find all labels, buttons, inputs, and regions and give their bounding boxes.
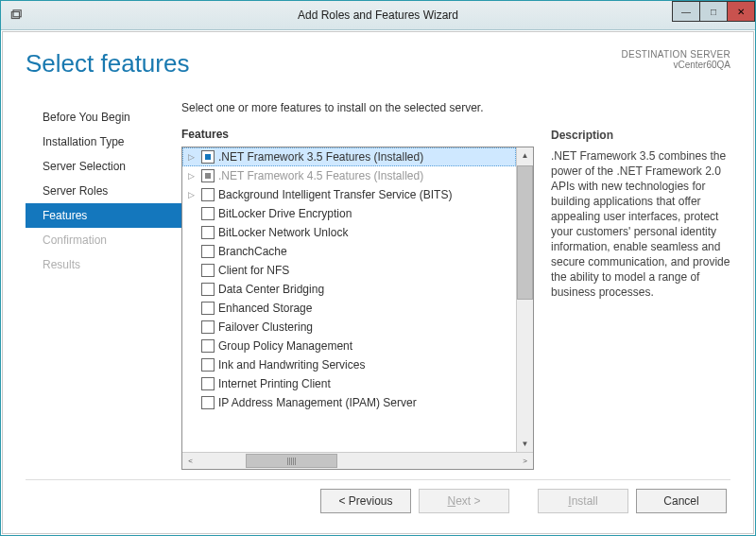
header-row: Select features DESTINATION SERVER vCent… xyxy=(26,49,730,78)
feature-item[interactable]: Internet Printing Client xyxy=(182,374,516,393)
main-panel: Select one or more features to install o… xyxy=(181,101,730,470)
cancel-button[interactable]: Cancel xyxy=(636,489,727,513)
destination-label: DESTINATION SERVER xyxy=(621,49,730,60)
wizard-window: Add Roles and Features Wizard — □ ✕ Sele… xyxy=(0,0,756,536)
nav-item-features[interactable]: Features xyxy=(26,203,181,228)
feature-item[interactable]: BranchCache xyxy=(182,242,516,261)
wizard-body: Select features DESTINATION SERVER vCent… xyxy=(2,31,754,534)
description-column: Description .NET Framework 3.5 combines … xyxy=(551,128,730,470)
feature-label: BitLocker Drive Encryption xyxy=(218,207,352,220)
description-text: .NET Framework 3.5 combines the power of… xyxy=(551,148,730,300)
features-column: Features ▷.NET Framework 3.5 Features (I… xyxy=(181,128,534,470)
scroll-down-icon[interactable]: ▼ xyxy=(517,436,533,452)
feature-label: Data Center Bridging xyxy=(218,283,324,296)
content: Before You BeginInstallation TypeServer … xyxy=(26,101,730,470)
feature-item[interactable]: Group Policy Management xyxy=(182,337,516,355)
columns: Features ▷.NET Framework 3.5 Features (I… xyxy=(181,128,730,470)
scroll-right-icon[interactable]: > xyxy=(517,453,533,469)
window-controls: — □ ✕ xyxy=(673,1,755,20)
description-label: Description xyxy=(551,128,730,143)
feature-label: .NET Framework 4.5 Features (Installed) xyxy=(218,169,423,182)
expand-icon[interactable]: ▷ xyxy=(188,190,198,199)
feature-label: BitLocker Network Unlock xyxy=(218,226,348,239)
checkbox[interactable] xyxy=(201,264,215,277)
feature-item[interactable]: Data Center Bridging xyxy=(182,280,516,299)
checkbox[interactable] xyxy=(201,245,215,258)
feature-label: Background Intelligent Transfer Service … xyxy=(218,188,452,201)
vertical-scrollbar[interactable]: ▲ ▼ xyxy=(516,147,533,452)
feature-label: Client for NFS xyxy=(218,264,289,277)
window-title: Add Roles and Features Wizard xyxy=(298,9,458,22)
checkbox[interactable] xyxy=(201,339,215,353)
feature-label: Ink and Handwriting Services xyxy=(218,358,365,372)
scroll-thumb[interactable] xyxy=(517,165,533,300)
checkbox[interactable] xyxy=(201,377,215,390)
checkbox[interactable] xyxy=(201,302,215,315)
horizontal-scrollbar[interactable]: < > xyxy=(182,452,533,469)
checkbox[interactable] xyxy=(201,358,215,372)
checkbox[interactable] xyxy=(201,226,215,239)
feature-item[interactable]: BitLocker Drive Encryption xyxy=(182,204,516,223)
maximize-button[interactable]: □ xyxy=(699,1,728,22)
feature-item[interactable]: Client for NFS xyxy=(182,261,516,280)
app-icon xyxy=(9,8,24,23)
titlebar[interactable]: Add Roles and Features Wizard — □ ✕ xyxy=(1,1,755,30)
scroll-up-icon[interactable]: ▲ xyxy=(517,147,533,164)
nav-item-installation-type[interactable]: Installation Type xyxy=(26,130,181,154)
feature-item[interactable]: ▷Background Intelligent Transfer Service… xyxy=(182,185,516,204)
features-listbox[interactable]: ▷.NET Framework 3.5 Features (Installed)… xyxy=(181,147,534,470)
expand-icon[interactable]: ▷ xyxy=(188,171,198,181)
feature-label: Group Policy Management xyxy=(218,339,352,353)
checkbox[interactable] xyxy=(201,320,215,334)
destination-name: vCenter60QA xyxy=(621,60,730,70)
scroll-left-icon[interactable]: < xyxy=(182,453,198,469)
feature-item[interactable]: Enhanced Storage xyxy=(182,299,516,318)
checkbox[interactable] xyxy=(201,207,215,220)
destination-server: DESTINATION SERVER vCenter60QA xyxy=(621,49,730,70)
feature-label: BranchCache xyxy=(218,245,287,258)
checkbox[interactable] xyxy=(201,150,215,164)
footer: < Previous Next > Install Cancel xyxy=(26,479,730,522)
expand-icon[interactable]: ▷ xyxy=(188,152,198,162)
feature-item[interactable]: Ink and Handwriting Services xyxy=(182,355,516,374)
feature-item[interactable]: Failover Clustering xyxy=(182,318,516,337)
hscroll-thumb[interactable] xyxy=(246,454,337,468)
next-button[interactable]: Next > xyxy=(419,489,509,513)
checkbox[interactable] xyxy=(201,283,215,296)
feature-label: IP Address Management (IPAM) Server xyxy=(218,396,417,409)
nav-item-results: Results xyxy=(26,252,181,277)
page-title: Select features xyxy=(26,49,189,78)
feature-item[interactable]: BitLocker Network Unlock xyxy=(182,223,516,242)
features-items: ▷.NET Framework 3.5 Features (Installed)… xyxy=(182,147,516,452)
feature-item[interactable]: IP Address Management (IPAM) Server xyxy=(182,393,516,412)
wizard-nav: Before You BeginInstallation TypeServer … xyxy=(26,101,181,470)
features-label: Features xyxy=(181,128,534,141)
checkbox[interactable] xyxy=(201,169,215,182)
nav-item-before-you-begin[interactable]: Before You Begin xyxy=(26,105,181,130)
feature-label: .NET Framework 3.5 Features (Installed) xyxy=(218,150,423,164)
minimize-button[interactable]: — xyxy=(672,1,700,22)
feature-label: Failover Clustering xyxy=(218,320,313,334)
feature-item[interactable]: ▷.NET Framework 4.5 Features (Installed) xyxy=(182,166,516,185)
feature-label: Internet Printing Client xyxy=(218,377,331,390)
install-button[interactable]: Install xyxy=(538,489,628,513)
checkbox[interactable] xyxy=(201,396,215,409)
nav-item-server-roles[interactable]: Server Roles xyxy=(26,179,181,203)
close-button[interactable]: ✕ xyxy=(727,1,755,22)
checkbox[interactable] xyxy=(201,188,215,201)
instruction-text: Select one or more features to install o… xyxy=(181,101,730,114)
feature-label: Enhanced Storage xyxy=(218,302,312,315)
feature-item[interactable]: ▷.NET Framework 3.5 Features (Installed) xyxy=(182,147,516,166)
nav-item-server-selection[interactable]: Server Selection xyxy=(26,154,181,179)
previous-button[interactable]: < Previous xyxy=(320,489,411,513)
nav-item-confirmation: Confirmation xyxy=(26,228,181,252)
